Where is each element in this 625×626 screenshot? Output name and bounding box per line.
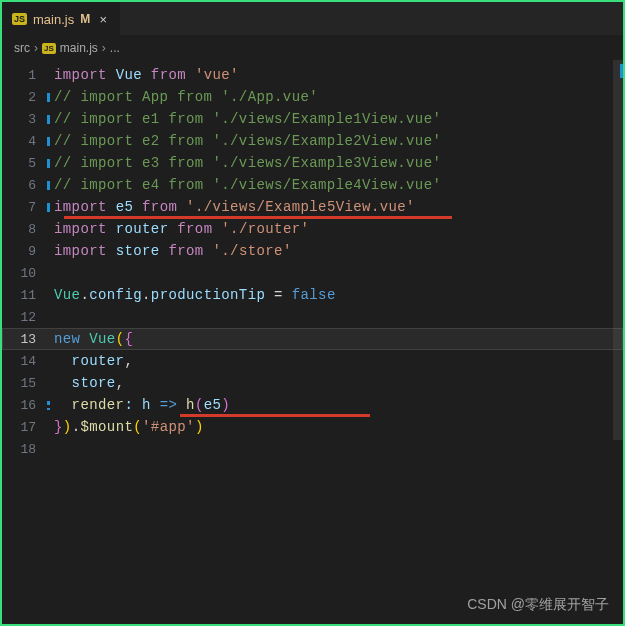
code-line[interactable]: 8import router from './router' [2,218,623,240]
breadcrumb[interactable]: src › JS main.js › ... [2,36,623,60]
change-marker [47,401,50,410]
code-content[interactable]: // import e1 from './views/Example1View.… [54,111,441,127]
code-line[interactable]: 10 [2,262,623,284]
code-line[interactable]: 16 render: h => h(e5) [2,394,623,416]
line-number: 18 [2,442,54,457]
tab-filename: main.js [33,12,74,27]
breadcrumb-segment[interactable]: ... [110,41,120,55]
code-content[interactable]: render: h => h(e5) [54,397,230,413]
code-content[interactable]: }).$mount('#app') [54,419,204,435]
close-icon[interactable]: × [96,12,110,27]
line-number: 10 [2,266,54,281]
line-number: 17 [2,420,54,435]
minimap-change-marker [620,64,623,78]
tab-bar: JS main.js M × [2,2,623,36]
line-number: 14 [2,354,54,369]
line-number: 6 [2,178,54,193]
code-content[interactable]: // import e3 from './views/Example3View.… [54,155,441,171]
line-number: 3 [2,112,54,127]
change-marker [47,93,50,102]
code-line[interactable]: 12 [2,306,623,328]
line-number: 16 [2,398,54,413]
code-line[interactable]: 9import store from './store' [2,240,623,262]
code-content[interactable]: Vue.config.productionTip = false [54,287,336,303]
line-number: 13 [2,332,54,347]
change-marker [47,115,50,124]
code-line[interactable]: 3// import e1 from './views/Example1View… [2,108,623,130]
code-line[interactable]: 17}).$mount('#app') [2,416,623,438]
line-number: 15 [2,376,54,391]
code-content[interactable]: import Vue from 'vue' [54,67,239,83]
code-content[interactable]: import store from './store' [54,243,292,259]
code-content[interactable]: router, [54,353,133,369]
line-number: 5 [2,156,54,171]
javascript-icon: JS [12,13,27,25]
code-line[interactable]: 5// import e3 from './views/Example3View… [2,152,623,174]
breadcrumb-segment[interactable]: src [14,41,30,55]
code-content[interactable]: new Vue({ [54,331,133,347]
line-number: 12 [2,310,54,325]
editor-tab-mainjs[interactable]: JS main.js M × [2,2,120,35]
code-content[interactable]: // import App from './App.vue' [54,89,318,105]
annotation-underline [180,414,370,417]
code-content[interactable]: // import e2 from './views/Example2View.… [54,133,441,149]
code-content[interactable]: store, [54,375,124,391]
code-line[interactable]: 14 router, [2,350,623,372]
tab-modified-indicator: M [80,12,90,26]
code-editor[interactable]: 1import Vue from 'vue'2// import App fro… [2,60,623,624]
chevron-right-icon: › [34,41,38,55]
scrollbar-thumb[interactable] [613,60,623,440]
code-content[interactable]: import router from './router' [54,221,309,237]
line-number: 11 [2,288,54,303]
change-marker [47,137,50,146]
line-number: 9 [2,244,54,259]
chevron-right-icon: › [102,41,106,55]
line-number: 1 [2,68,54,83]
code-line[interactable]: 15 store, [2,372,623,394]
breadcrumb-segment[interactable]: main.js [60,41,98,55]
code-line[interactable]: 18 [2,438,623,460]
code-content[interactable]: // import e4 from './views/Example4View.… [54,177,441,193]
change-marker [47,181,50,190]
code-line[interactable]: 1import Vue from 'vue' [2,64,623,86]
watermark-text: CSDN @零维展开智子 [467,596,609,614]
change-marker [47,159,50,168]
line-number: 7 [2,200,54,215]
code-line[interactable]: 2// import App from './App.vue' [2,86,623,108]
line-number: 4 [2,134,54,149]
line-number: 2 [2,90,54,105]
code-content[interactable]: import e5 from './views/Example5View.vue… [54,199,415,215]
change-marker [47,203,50,212]
annotation-underline [64,216,452,219]
code-line[interactable]: 6// import e4 from './views/Example4View… [2,174,623,196]
code-line[interactable]: 11Vue.config.productionTip = false [2,284,623,306]
line-number: 8 [2,222,54,237]
code-line[interactable]: 7import e5 from './views/Example5View.vu… [2,196,623,218]
code-line[interactable]: 13new Vue({ [2,328,623,350]
code-line[interactable]: 4// import e2 from './views/Example2View… [2,130,623,152]
javascript-icon: JS [42,43,56,54]
